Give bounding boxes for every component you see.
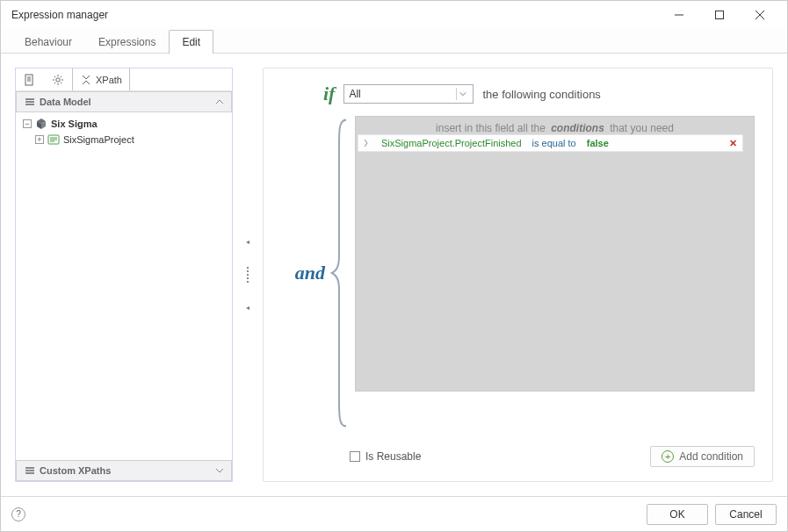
ok-button[interactable]: OK [647, 504, 708, 525]
section-data-model[interactable]: Data Model [16, 91, 232, 112]
tree-child-label: SixSigmaProject [63, 134, 134, 145]
following-text: the following conditions [482, 88, 600, 101]
toolbar-doc-button[interactable] [16, 68, 44, 90]
window-title: Expression manager [8, 9, 659, 21]
hint-pre: insert in this field all the [436, 122, 546, 134]
splitter[interactable]: ◂ ◂ [242, 68, 254, 482]
tree-expander[interactable]: − [23, 119, 32, 128]
help-button[interactable]: ? [11, 507, 25, 521]
svg-line-16 [54, 82, 54, 83]
cube-icon [35, 118, 47, 130]
tab-edit[interactable]: Edit [169, 30, 213, 54]
tree-root-label: Six Sigma [51, 119, 98, 129]
svg-rect-24 [25, 467, 34, 469]
toolbar-settings-button[interactable] [44, 68, 72, 90]
cancel-button[interactable]: Cancel [715, 504, 777, 525]
tree-node-root[interactable]: − Six Sigma [16, 116, 232, 132]
data-model-tree: − Six Sigma + SixSigmaProject [16, 112, 232, 460]
tab-behaviour[interactable]: Behaviour [11, 30, 85, 54]
checkbox-box [350, 451, 360, 462]
scope-select[interactable]: All [343, 84, 474, 104]
minimize-button[interactable] [659, 2, 699, 28]
close-icon [755, 10, 765, 20]
editor-bottom: Is Reusable + Add condition [350, 446, 755, 467]
toolbar-xpath-button[interactable]: XPath [72, 68, 130, 90]
if-row: if All the following conditions [323, 83, 755, 105]
scope-value: All [349, 88, 360, 100]
splitter-handle[interactable] [245, 267, 250, 283]
splitter-arrow-left[interactable]: ◂ [246, 304, 249, 312]
tab-expressions[interactable]: Expressions [85, 30, 169, 54]
svg-rect-26 [25, 472, 34, 474]
window: Expression manager Behaviour Expressions… [0, 0, 788, 532]
svg-rect-18 [25, 101, 34, 103]
left-toolbar: XPath [16, 68, 232, 91]
editor-panel: if All the following conditions and [263, 68, 773, 482]
content: XPath Data Model − Six Sigma [1, 54, 787, 496]
hint-mid: conditions [551, 122, 604, 134]
svg-line-15 [60, 75, 61, 76]
condition-operator: is equal to [532, 138, 576, 148]
xpath-label: XPath [96, 75, 122, 85]
conditions-area[interactable]: insert in this field all the conditions … [355, 116, 755, 392]
window-buttons [659, 2, 780, 28]
titlebar: Expression manager [1, 1, 787, 29]
chevron-up-icon [215, 97, 224, 106]
form-icon [47, 133, 60, 146]
and-block: and insert in this field all the conditi… [281, 116, 755, 430]
splitter-arrow-left[interactable]: ◂ [246, 238, 249, 246]
custom-xpaths-label: Custom XPaths [40, 465, 215, 476]
grip-icon[interactable] [364, 139, 371, 147]
maximize-icon [714, 10, 725, 20]
stack-icon [24, 464, 36, 477]
reusable-checkbox[interactable]: Is Reusable [350, 450, 421, 463]
minimize-icon [674, 10, 684, 20]
and-col: and [281, 116, 325, 430]
footer: ? OK Cancel [1, 496, 787, 531]
section-custom-xpaths[interactable]: Custom XPaths [16, 460, 232, 481]
xpath-icon [80, 74, 92, 86]
brace [330, 116, 350, 430]
chevron-down-icon [456, 88, 468, 100]
chevron-down-icon [215, 466, 224, 475]
left-panel: XPath Data Model − Six Sigma [15, 68, 233, 482]
document-icon [24, 74, 36, 86]
data-model-label: Data Model [40, 97, 215, 107]
reusable-label: Is Reusable [365, 450, 421, 463]
hint: insert in this field all the conditions … [356, 117, 754, 134]
keyword-if: if [323, 83, 335, 105]
condition-delete[interactable]: ✕ [729, 138, 737, 149]
tabbar: Behaviour Expressions Edit [1, 29, 787, 54]
svg-rect-19 [25, 104, 34, 105]
plus-icon: + [661, 450, 674, 463]
gear-icon [52, 74, 64, 86]
svg-point-8 [55, 77, 59, 81]
stack-icon [24, 96, 36, 108]
keyword-and: and [295, 262, 325, 284]
svg-line-13 [54, 75, 54, 76]
hint-post: that you need [610, 122, 674, 134]
tree-expander[interactable]: + [35, 135, 44, 144]
svg-rect-17 [25, 98, 34, 100]
close-button[interactable] [740, 2, 780, 28]
tree-node-child[interactable]: + SixSigmaProject [16, 132, 232, 147]
add-condition-button[interactable]: + Add condition [650, 446, 755, 467]
svg-line-14 [60, 82, 61, 83]
condition-value: false [587, 138, 609, 148]
condition-expression: SixSigmaProject.ProjectFinished [381, 138, 522, 148]
condition-row[interactable]: SixSigmaProject.ProjectFinished is equal… [358, 134, 743, 152]
svg-rect-25 [25, 470, 34, 471]
svg-rect-1 [716, 11, 724, 19]
brace-icon [330, 116, 350, 430]
add-condition-label: Add condition [679, 450, 743, 463]
maximize-button[interactable] [699, 2, 740, 28]
svg-rect-4 [25, 75, 33, 85]
